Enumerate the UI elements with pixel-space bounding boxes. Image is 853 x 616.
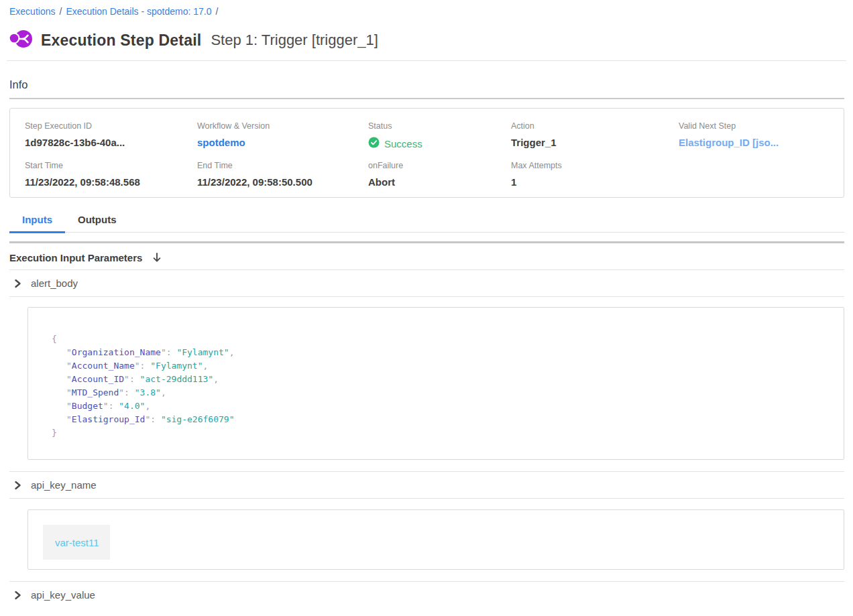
field-value: 11/23/2022, 09:58:50.500 [197, 176, 368, 188]
info-field-workflow-version: Workflow & Version spotdemo [197, 121, 368, 150]
chevron-right-icon [14, 279, 21, 288]
page-title: Execution Step Detail [41, 32, 201, 50]
section-api-key-name[interactable]: api_key_name [9, 472, 844, 498]
json-line: "Elastigroup_Id": "sig-e26f6079" [52, 413, 844, 426]
breadcrumb-executions-link[interactable]: Executions [9, 6, 55, 17]
info-card: Step Execution ID 1d97828c-13b6-40a... W… [9, 108, 844, 198]
breadcrumb-separator: / [216, 6, 219, 17]
field-value: Trigger_1 [511, 137, 679, 148]
json-line: "MTD_Spend": "3.8", [52, 386, 844, 399]
tab-outputs[interactable]: Outputs [65, 208, 129, 232]
tab-inputs[interactable]: Inputs [9, 208, 65, 232]
field-label: End Time [197, 161, 368, 170]
divider [9, 98, 844, 99]
info-grid: Step Execution ID 1d97828c-13b6-40a... W… [25, 121, 829, 188]
tabs: Inputs Outputs [9, 208, 844, 233]
json-code: {"Organization_Name": "Fylamynt","Accoun… [52, 332, 844, 440]
json-line: { [52, 332, 844, 346]
divider [7, 60, 846, 61]
tab-label: Inputs [22, 214, 52, 225]
section-label: api_key_value [31, 589, 95, 601]
execution-input-parameters-header: Execution Input Parameters [9, 252, 844, 263]
info-field-start-time: Start Time 11/23/2022, 09:58:48.568 [25, 161, 197, 188]
fylamynt-logo-icon [9, 29, 34, 52]
info-field-action: Action Trigger_1 [511, 121, 679, 150]
info-grid-spacer [679, 161, 829, 188]
divider [9, 296, 844, 297]
status-text: Success [384, 138, 422, 149]
json-line: "Account_ID": "act-29ddd113", [52, 373, 844, 386]
field-label: Max Attempts [511, 161, 679, 170]
chevron-right-icon [14, 591, 21, 600]
field-label: Action [511, 121, 679, 131]
field-label: Step Execution ID [25, 121, 197, 131]
field-label: Valid Next Step [679, 121, 829, 131]
api-key-name-card: var-test11 [27, 509, 844, 570]
info-field-onfailure: onFailure Abort [368, 161, 511, 188]
field-label: onFailure [368, 161, 511, 170]
page-header: Execution Step Detail Step 1: Trigger [t… [9, 29, 844, 52]
divider [9, 498, 844, 499]
divider [9, 241, 844, 243]
check-circle-icon [368, 137, 380, 150]
json-line: "Organization_Name": "Fylamynt", [52, 346, 844, 359]
section-label: api_key_name [31, 479, 97, 491]
workflow-link[interactable]: spotdemo [197, 137, 368, 148]
json-line: } [52, 426, 844, 440]
section-label: alert_body [31, 278, 78, 289]
field-value: 1d97828c-13b6-40a... [25, 137, 197, 148]
info-field-step-execution-id: Step Execution ID 1d97828c-13b6-40a... [25, 121, 197, 150]
info-field-valid-next-step: Valid Next Step Elastigroup_ID [jso... [679, 121, 829, 150]
status-badge: Success [368, 137, 511, 150]
info-field-max-attempts: Max Attempts 1 [511, 161, 679, 188]
field-value: Abort [368, 176, 511, 188]
execution-input-parameters-title: Execution Input Parameters [9, 252, 142, 263]
tab-label: Outputs [78, 214, 117, 225]
chevron-right-icon [14, 481, 21, 490]
field-label: Status [368, 121, 511, 131]
info-field-status: Status Success [368, 121, 511, 150]
download-icon[interactable] [152, 252, 162, 263]
info-heading: Info [9, 78, 844, 91]
breadcrumb: Executions / Execution Details - spotdem… [9, 0, 844, 17]
page-subtitle: Step 1: Trigger [trigger_1] [211, 32, 378, 49]
alert-body-json-viewer: {"Organization_Name": "Fylamynt","Accoun… [27, 307, 844, 460]
section-alert-body[interactable]: alert_body [9, 270, 844, 296]
next-step-link[interactable]: Elastigroup_ID [jso... [679, 137, 829, 148]
field-label: Start Time [25, 161, 197, 170]
section-api-key-value[interactable]: api_key_value [9, 582, 844, 608]
info-field-end-time: End Time 11/23/2022, 09:58:50.500 [197, 161, 368, 188]
json-line: "Account_Name": "Fylamynt", [52, 359, 844, 373]
json-line: "Budget": "4.0", [52, 399, 844, 413]
field-value: 1 [511, 176, 679, 188]
breadcrumb-separator: / [59, 6, 62, 17]
api-key-name-value: var-test11 [43, 525, 110, 560]
breadcrumb-execution-details-link[interactable]: Execution Details - spotdemo: 17.0 [66, 6, 211, 17]
field-label: Workflow & Version [197, 121, 368, 131]
execution-step-detail-page: Executions / Execution Details - spotdem… [0, 0, 853, 608]
field-value: 11/23/2022, 09:58:48.568 [25, 176, 197, 188]
